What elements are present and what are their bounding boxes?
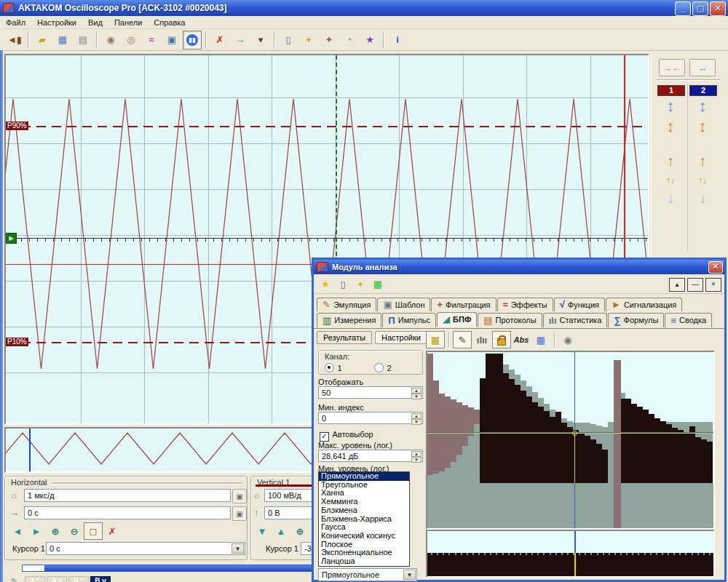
paste-signal-button[interactable]: → <box>231 31 250 49</box>
menu-item-5[interactable]: Справка <box>148 17 191 28</box>
minimize-button[interactable]: _ <box>675 1 691 16</box>
info-panel-button[interactable]: ▯ <box>335 276 351 292</box>
close-x-button[interactable]: × <box>705 278 721 292</box>
list-item[interactable]: Блэкмена <box>319 506 409 515</box>
abs-button[interactable]: Abs <box>512 331 531 348</box>
tab-Протоколы[interactable]: ▤Протоколы <box>478 313 542 327</box>
scroll-down-button[interactable]: ▼ <box>253 522 272 540</box>
pencil-button[interactable]: ✎ <box>7 573 23 582</box>
window-function-combo[interactable]: Прямоугольное ▼ <box>318 568 417 581</box>
h-offset-field[interactable]: 0 с <box>24 506 231 519</box>
compress-horizontal-button[interactable]: →← <box>659 59 685 76</box>
scroll-left-button[interactable]: ◄ <box>8 522 27 540</box>
tab-БПФ[interactable]: ◢БПФ <box>437 312 477 327</box>
list-item[interactable]: Конический косинус <box>319 532 409 541</box>
h-offset-device-button[interactable]: ▣ <box>232 506 247 521</box>
tab-Сигнализация[interactable]: ►Сигнализация <box>606 298 682 311</box>
print-button[interactable]: ▤ <box>74 31 92 49</box>
info-panel-button[interactable]: ▯ <box>279 31 298 49</box>
channel-radio-1[interactable]: 1 <box>325 361 342 374</box>
shift-down-button[interactable]: ↓ <box>699 191 706 206</box>
max-level-spinner[interactable]: ▲▼ <box>411 451 422 461</box>
scope-screen-button[interactable]: ▦ <box>370 276 386 292</box>
tools-button[interactable]: ✦ <box>320 31 339 49</box>
shift-down-button[interactable]: ↓ <box>667 191 674 206</box>
menu-item-4[interactable]: Панели <box>108 17 148 28</box>
window-combo-dropdown[interactable]: ▼ <box>403 570 416 580</box>
tab-Измерения[interactable]: ▥Измерения <box>317 313 381 327</box>
trigger-level-marker[interactable]: ▶ <box>6 233 17 244</box>
minimize-button[interactable]: — <box>687 278 703 292</box>
dialog-close-button[interactable]: ✕ <box>708 261 723 274</box>
signal-tab-Bv[interactable]: B v <box>90 576 111 582</box>
grid-button[interactable]: ▦ <box>426 331 445 348</box>
fft-cursor-point[interactable] <box>572 431 577 436</box>
exit-button[interactable]: ◄▮ <box>5 31 24 49</box>
channel-radio-2[interactable]: 2 <box>374 361 392 374</box>
shift-up-button[interactable]: ↑ <box>667 154 674 169</box>
tab-Импульс[interactable]: ΠИмпульс <box>382 313 436 327</box>
p90-level-line[interactable] <box>6 126 648 127</box>
timebase-field[interactable]: 1 мкс/д <box>24 489 231 502</box>
menu-item-2[interactable]: Настройки <box>31 17 82 28</box>
dropdown-arrow-button[interactable]: ▾ <box>251 31 270 49</box>
tab-settings[interactable]: Настройки <box>375 331 427 344</box>
tab-results[interactable]: Результаты <box>317 331 372 344</box>
fft-overview-strip[interactable] <box>426 530 715 578</box>
overview-cursor[interactable] <box>29 428 31 471</box>
pen-graph-button[interactable]: ✎ <box>453 331 472 348</box>
rollup-button[interactable]: ▴ <box>669 278 685 292</box>
close-button[interactable]: ✕ <box>710 1 726 16</box>
scroll-up-button[interactable]: ▲ <box>272 522 290 540</box>
expand-vertical-button[interactable]: ↕ <box>667 98 675 114</box>
autoshift-button[interactable]: ↑↓ <box>698 173 707 186</box>
tab-Статистика[interactable]: ılıСтатистика <box>543 313 608 327</box>
waves-button[interactable]: ≈ <box>142 31 161 49</box>
menu-item-1[interactable]: Файл <box>0 17 31 28</box>
zoom-in-h-button[interactable]: ⊕ <box>46 522 65 540</box>
channel-1-header[interactable]: 1 <box>657 85 685 96</box>
overview-cursor-yellow[interactable] <box>574 553 576 576</box>
display-count-field[interactable]: 50 ▲▼ <box>318 386 423 399</box>
expand-vertical-button[interactable]: ↕ <box>699 98 707 114</box>
window-function-listbox[interactable]: ПрямоугольноеТреугольноеХаннаХеммингаБлэ… <box>318 471 410 567</box>
list-item[interactable]: Ланцоша <box>319 557 409 566</box>
autoshift-button[interactable]: ↑↓ <box>666 173 675 186</box>
tab-Эффекты[interactable]: ≈Эффекты <box>497 298 553 311</box>
open-button[interactable]: ▰ <box>33 31 52 49</box>
tab-Функция[interactable]: √Функция <box>554 298 605 311</box>
measure-cross-button[interactable]: + <box>299 31 318 49</box>
wand-button[interactable]: ★ <box>360 31 379 49</box>
menu-item-3[interactable]: Вид <box>82 17 108 28</box>
zoom-window-button[interactable]: ◻ <box>84 522 103 540</box>
delete-signal-button[interactable]: ✗ <box>210 31 229 49</box>
snapshot-a-button[interactable]: ◉ <box>101 31 120 49</box>
zoom-cancel-button[interactable]: ✗ <box>103 522 122 540</box>
channel-2-header[interactable]: 2 <box>689 85 717 96</box>
tab-Эмуляция[interactable]: ✎Эмуляция <box>317 298 376 311</box>
max-level-field[interactable]: 28,641 дБ ▲▼ <box>318 450 423 462</box>
favorites-button[interactable]: ★ <box>317 276 333 292</box>
camera-button[interactable]: ◉ <box>558 331 577 348</box>
zoom-out-h-button[interactable]: ⊖ <box>65 522 84 540</box>
monitor-search-button[interactable]: ▣ <box>162 31 181 49</box>
signal-tab-A^[interactable]: A ^ <box>25 576 45 582</box>
maximize-button[interactable]: ▢ <box>692 1 708 16</box>
tab-Шаблон[interactable]: ▣Шаблон <box>377 298 430 311</box>
zoom-in-v-button[interactable]: ⊕ <box>290 522 309 540</box>
min-index-spinner[interactable]: ▲▼ <box>411 413 422 423</box>
about-button[interactable]: i <box>388 31 407 49</box>
lock-button[interactable] <box>492 331 511 348</box>
min-index-field[interactable]: 0 ▲▼ <box>318 412 423 424</box>
tab-Сводка[interactable]: ≡Сводка <box>665 313 712 327</box>
signal-tab-B^[interactable]: B ^ <box>68 576 89 582</box>
compress-vertical-button[interactable]: ↕ <box>699 119 707 135</box>
compress-vertical-button[interactable]: ↕ <box>667 119 675 135</box>
expand-horizontal-button[interactable]: ↔ <box>689 59 716 76</box>
snapshot-b-button[interactable]: ◎ <box>122 31 141 49</box>
timebase-device-button[interactable]: ▣ <box>232 489 247 503</box>
shift-up-button[interactable]: ↑ <box>699 154 706 169</box>
fft-spectrum-display[interactable] <box>426 351 715 530</box>
h-cursor-dropdown[interactable]: ▼ <box>232 543 244 554</box>
scroll-right-button[interactable]: ► <box>27 522 46 540</box>
